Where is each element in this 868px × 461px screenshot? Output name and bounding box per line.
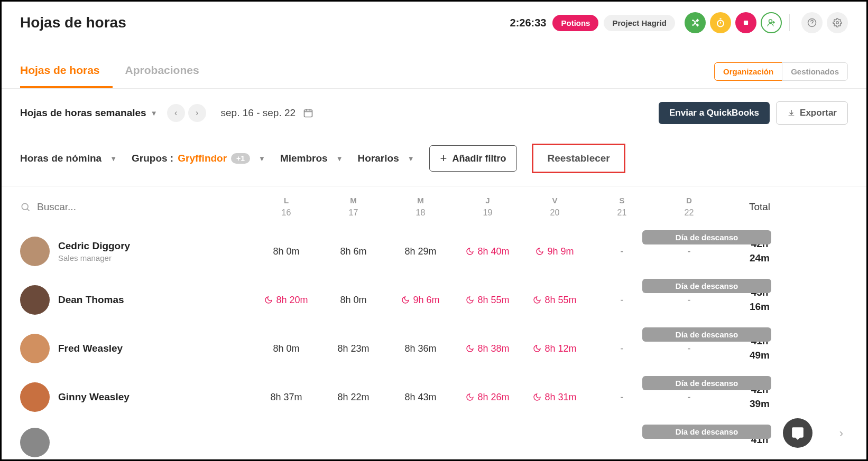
- time-cell: 8h 36m: [387, 343, 454, 354]
- calendar-icon[interactable]: [303, 108, 313, 118]
- time-cell: 8h 22m: [320, 392, 387, 403]
- svg-rect-1: [744, 21, 748, 25]
- rest-day-badge: Día de descanso: [642, 230, 771, 244]
- download-icon: [787, 109, 796, 117]
- person-name: Cedric Diggory: [58, 240, 130, 252]
- time-cell: 8h 0m: [253, 246, 320, 257]
- stopwatch-button[interactable]: [710, 12, 731, 33]
- svg-rect-5: [304, 110, 312, 117]
- export-label: Exportar: [800, 108, 837, 118]
- table-row[interactable]: Día de descanso Fred Weasley 8h 0m8h 23m…: [12, 324, 856, 373]
- day-column-header: S21: [588, 196, 655, 218]
- day-column-header: L16: [253, 196, 320, 218]
- chevron-down-icon: ▼: [408, 155, 414, 163]
- day-column-header: V20: [521, 196, 588, 218]
- time-cell: 8h 29m: [387, 246, 454, 257]
- avatar: [20, 285, 50, 315]
- view-managed[interactable]: Gestionados: [782, 62, 848, 81]
- time-cell: 8h 0m: [320, 295, 387, 306]
- person-name: Fred Weasley: [58, 343, 123, 354]
- filter-hours-label: Horas de nómina: [20, 153, 101, 164]
- task-pill[interactable]: Potions: [552, 15, 598, 31]
- time-cell: -: [588, 392, 655, 403]
- table-row[interactable]: Día de descanso Dean Thomas 8h 20m8h 0m9…: [12, 276, 856, 324]
- avatar: [20, 334, 50, 363]
- stop-button[interactable]: [735, 12, 756, 33]
- reset-button[interactable]: Reestablecer: [532, 144, 625, 173]
- filter-schedules-label: Horarios: [358, 153, 399, 164]
- filter-groups-value: Gryffindor: [178, 153, 227, 164]
- filter-groups-extra-badge: +1: [231, 153, 250, 164]
- day-column-header: M18: [387, 196, 454, 218]
- total-header: Total: [723, 201, 797, 213]
- filter-members-label: Miembros: [280, 153, 328, 164]
- person-name: Ginny Weasley: [58, 391, 130, 403]
- time-cell-overtime: 8h 31m: [521, 392, 588, 403]
- search-icon: [20, 202, 31, 212]
- filter-members[interactable]: Miembros ▼: [280, 153, 343, 164]
- time-cell: 8h 37m: [253, 392, 320, 403]
- time-cell: -: [588, 343, 655, 354]
- table-row[interactable]: Día de descanso Ginny Weasley 8h 37m8h 2…: [12, 373, 856, 421]
- view-selector[interactable]: Hojas de horas semanales ▼: [20, 107, 158, 119]
- day-column-header: J19: [454, 196, 521, 218]
- timer-display: 2:26:33: [510, 17, 547, 29]
- filter-groups[interactable]: Grupos : Gryffindor +1 ▼: [132, 153, 265, 164]
- time-cell-overtime: 8h 55m: [454, 295, 521, 306]
- time-cell-overtime: 9h 6m: [387, 295, 454, 306]
- time-cell: 8h 0m: [253, 343, 320, 354]
- time-cell: -: [655, 295, 723, 306]
- time-cell-overtime: 8h 40m: [454, 246, 521, 257]
- time-cell: -: [588, 246, 655, 257]
- send-quickbooks-button[interactable]: Enviar a QuickBooks: [659, 102, 770, 124]
- tab-approvals[interactable]: Aprobaciones: [125, 54, 212, 88]
- rest-day-badge: Día de descanso: [642, 327, 771, 342]
- filter-schedules[interactable]: Horarios ▼: [358, 153, 414, 164]
- next-week-button[interactable]: ›: [188, 104, 206, 122]
- search-box[interactable]: [20, 201, 253, 213]
- shuffle-button[interactable]: [685, 12, 706, 33]
- filter-groups-label: Grupos :: [132, 153, 173, 164]
- time-cell: -: [655, 246, 723, 257]
- search-input[interactable]: [37, 201, 253, 213]
- time-cell: -: [655, 343, 723, 354]
- prev-week-button[interactable]: ‹: [167, 104, 185, 122]
- avatar: [20, 237, 50, 266]
- export-button[interactable]: Exportar: [776, 101, 848, 125]
- svg-point-6: [22, 203, 28, 210]
- chevron-down-icon: ▼: [151, 109, 158, 117]
- chevron-down-icon: ▼: [110, 155, 117, 163]
- settings-button[interactable]: [827, 12, 848, 33]
- time-cell: 8h 43m: [387, 392, 454, 403]
- avatar: [20, 428, 50, 457]
- tab-timesheets[interactable]: Hojas de horas: [20, 54, 113, 88]
- add-filter-button[interactable]: + Añadir filtro: [429, 145, 518, 172]
- view-selector-label: Hojas de horas semanales: [20, 107, 146, 119]
- rest-day-badge: Día de descanso: [642, 425, 771, 439]
- page-title: Hojas de horas: [20, 14, 510, 31]
- avatar: [20, 382, 50, 412]
- time-cell: -: [655, 392, 723, 403]
- rest-day-badge: Día de descanso: [642, 279, 771, 293]
- add-filter-label: Añadir filtro: [452, 153, 506, 164]
- chat-fab[interactable]: [783, 418, 812, 448]
- svg-point-2: [769, 20, 772, 23]
- project-pill[interactable]: Project Hagrid: [604, 15, 675, 31]
- nav-arrow-right[interactable]: ›: [839, 427, 843, 440]
- table-row[interactable]: Día de descanso Cedric Diggory Sales man…: [12, 227, 856, 276]
- help-button[interactable]: [801, 12, 823, 33]
- date-range-label: sep. 16 - sep. 22: [221, 107, 296, 119]
- day-column-header: D22: [655, 196, 723, 218]
- add-user-button[interactable]: [761, 12, 782, 33]
- chevron-down-icon: ▼: [258, 155, 265, 163]
- view-organization[interactable]: Organización: [714, 62, 782, 81]
- time-cell-overtime: 9h 9m: [521, 246, 588, 257]
- divider: [789, 14, 790, 31]
- chevron-down-icon: ▼: [336, 155, 343, 163]
- svg-point-4: [836, 22, 839, 24]
- time-cell: 8h 6m: [320, 246, 387, 257]
- time-cell: -: [588, 295, 655, 306]
- filter-hours[interactable]: Horas de nómina ▼: [20, 153, 117, 164]
- time-cell-overtime: 8h 55m: [521, 295, 588, 306]
- plus-icon: +: [440, 152, 447, 165]
